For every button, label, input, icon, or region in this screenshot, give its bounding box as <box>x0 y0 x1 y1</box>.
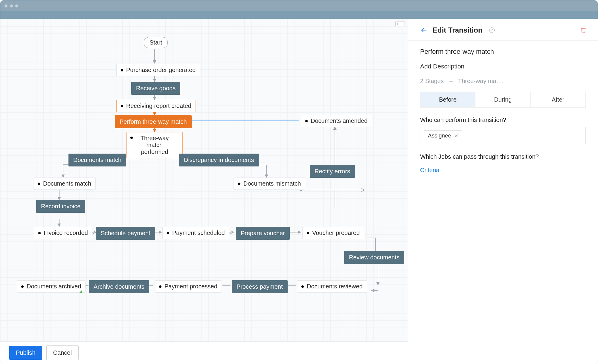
bullet-icon <box>21 285 24 288</box>
transition-receive-goods[interactable]: Receive goods <box>131 82 180 95</box>
state-payment-processed[interactable]: Payment processed <box>155 280 222 293</box>
transition-tabs: Before During After <box>420 92 586 108</box>
who-can-perform-field[interactable]: Assignee ✕ <box>420 127 586 144</box>
workflow-canvas[interactable]: + − <box>0 19 408 364</box>
bullet-icon <box>307 232 309 234</box>
cancel-button[interactable]: Cancel <box>46 345 79 360</box>
state-payment-scheduled[interactable]: Payment scheduled <box>162 227 229 239</box>
publish-button[interactable]: Publish <box>9 346 42 360</box>
transition-discrepancy-in-documents[interactable]: Discrepancy in documents <box>179 154 259 166</box>
traffic-light-zoom[interactable] <box>15 4 18 7</box>
add-description-link[interactable]: Add Description <box>420 63 586 70</box>
traffic-light-close[interactable] <box>4 4 7 7</box>
state-receiving-report-created[interactable]: Receiving report created <box>116 100 196 112</box>
traffic-light-minimize[interactable] <box>10 4 13 7</box>
remove-chip-icon[interactable]: ✕ <box>454 133 458 139</box>
transition-rectify-errors[interactable]: Rectify errors <box>310 165 355 178</box>
which-jobs-label: Which Jobs can pass through this transit… <box>420 153 586 160</box>
criteria-link[interactable]: Criteria <box>420 167 439 174</box>
state-documents-reviewed[interactable]: Documents reviewed <box>297 280 367 293</box>
side-panel: Edit Transition ? Perform three-way matc… <box>408 19 598 364</box>
bullet-icon <box>159 285 161 288</box>
window-titlebar <box>0 0 598 11</box>
transition-archive-documents[interactable]: Archive documents <box>89 280 149 293</box>
bullet-icon <box>167 232 169 234</box>
bullet-icon <box>238 183 240 185</box>
app-header-bar <box>0 11 598 19</box>
transition-review-documents[interactable]: Review documents <box>344 251 404 264</box>
state-voucher-prepared[interactable]: Voucher prepared <box>302 227 364 239</box>
bullet-icon <box>121 105 123 107</box>
state-invoice-recorded[interactable]: Invoice recorded <box>34 227 92 239</box>
state-three-way-match-performed[interactable]: Three-way match performed <box>126 132 183 158</box>
transition-subject: Perform three-way match <box>420 48 586 56</box>
state-purchase-order-generated[interactable]: Purchase order generated <box>116 64 200 76</box>
who-can-perform-label: Who can perform this transition? <box>420 117 586 123</box>
back-arrow-icon[interactable] <box>420 27 427 34</box>
delete-icon[interactable] <box>580 27 586 33</box>
bullet-icon <box>38 183 40 185</box>
transition-process-payment[interactable]: Process payment <box>232 280 288 293</box>
end-flag-icon <box>79 290 82 293</box>
bullet-icon <box>38 232 41 234</box>
assignee-chip[interactable]: Assignee ✕ <box>424 130 462 141</box>
tab-during[interactable]: During <box>475 92 530 107</box>
start-node[interactable]: Start <box>144 37 168 48</box>
tab-before[interactable]: Before <box>420 92 475 107</box>
transition-record-invoice[interactable]: Record invoice <box>36 200 85 213</box>
bullet-icon <box>130 137 133 139</box>
tab-after[interactable]: After <box>530 92 585 107</box>
transition-documents-match[interactable]: Documents match <box>68 154 126 166</box>
arrow-right-icon: → <box>448 78 454 85</box>
bullet-icon <box>305 120 308 122</box>
bullet-icon <box>121 69 123 71</box>
start-label: Start <box>150 39 162 46</box>
state-documents-mismatch[interactable]: Documents mismatch <box>234 178 305 190</box>
bullet-icon <box>301 285 304 288</box>
panel-title: Edit Transition <box>433 26 483 34</box>
transition-prepare-voucher[interactable]: Prepare voucher <box>236 227 290 240</box>
state-documents-amended[interactable]: Documents amended <box>301 115 372 127</box>
state-documents-match[interactable]: Documents match <box>33 178 96 190</box>
help-icon[interactable]: ? <box>489 27 495 33</box>
state-documents-archived[interactable]: Documents archived <box>17 280 86 293</box>
stages-summary: 2 Stages → Three-way mat… <box>420 78 586 85</box>
transition-schedule-payment[interactable]: Schedule payment <box>96 227 155 240</box>
transition-perform-three-way-match[interactable]: Perform three-way match <box>115 115 192 128</box>
